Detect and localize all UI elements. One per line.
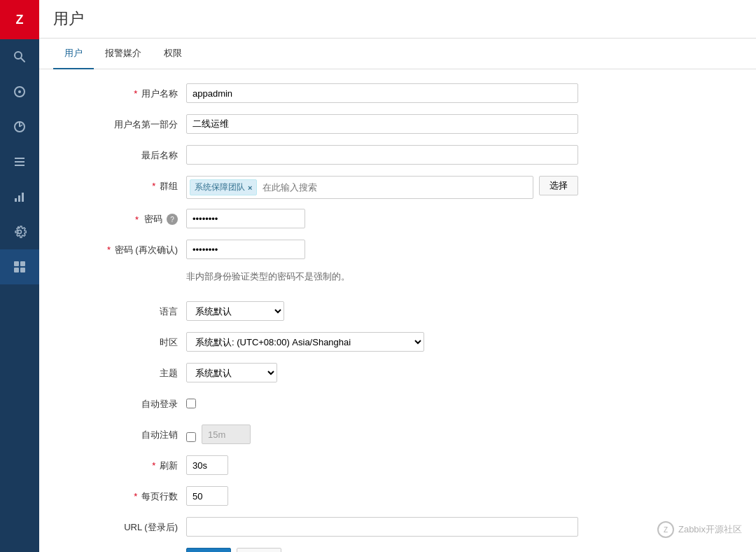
svg-rect-17 bbox=[20, 268, 25, 272]
lastname-label: 最后名称 bbox=[60, 145, 186, 162]
theme-row: 主题 系统默认 bbox=[60, 363, 735, 384]
timezone-field: 系统默认: (UTC+08:00) Asia/Shanghai bbox=[186, 332, 578, 352]
autologout-row: 自动注销 bbox=[60, 425, 735, 446]
password-help-icon[interactable]: ? bbox=[167, 214, 178, 225]
password-input[interactable] bbox=[186, 209, 305, 228]
refresh-field bbox=[186, 455, 578, 475]
autologout-controls bbox=[186, 425, 578, 444]
inventory-nav-icon[interactable] bbox=[0, 144, 39, 179]
password-row: * 密码 ? bbox=[60, 209, 735, 230]
autologout-checkbox[interactable] bbox=[186, 432, 196, 442]
autologout-label: 自动注销 bbox=[60, 425, 186, 441]
autologout-field bbox=[186, 425, 578, 444]
language-field: 系统默认 bbox=[186, 301, 578, 321]
autologin-field bbox=[186, 394, 578, 410]
autologout-input[interactable] bbox=[202, 425, 251, 444]
username-row: * 用户名称 bbox=[60, 83, 735, 104]
svg-rect-15 bbox=[20, 261, 25, 266]
page-header: 用户 bbox=[39, 0, 756, 39]
add-button[interactable]: 添加 bbox=[186, 548, 231, 552]
rows-per-page-row: * 每页行数 bbox=[60, 486, 735, 507]
svg-point-3 bbox=[18, 90, 21, 93]
password-label: * 密码 ? bbox=[60, 209, 186, 226]
rows-field bbox=[186, 486, 578, 506]
lastname-input[interactable] bbox=[186, 145, 578, 165]
select-group-button[interactable]: 选择 bbox=[539, 176, 578, 195]
config-nav-icon[interactable] bbox=[0, 214, 39, 249]
user-form: * 用户名称 用户名第一部分 最后名称 bbox=[39, 69, 756, 552]
theme-field: 系统默认 bbox=[186, 363, 578, 382]
group-wrapper: 系统保障团队 × bbox=[186, 176, 533, 199]
password-confirm-field bbox=[186, 240, 578, 259]
autologin-label: 自动登录 bbox=[60, 394, 186, 410]
username-label: * 用户名称 bbox=[60, 83, 186, 100]
refresh-input[interactable] bbox=[186, 455, 228, 475]
theme-select[interactable]: 系统默认 bbox=[186, 363, 277, 382]
password-info-text: 非内部身份验证类型的密码不是强制的。 bbox=[186, 268, 350, 282]
language-label: 语言 bbox=[60, 301, 186, 318]
password-info-field: 非内部身份验证类型的密码不是强制的。 bbox=[186, 270, 578, 283]
autologin-row: 自动登录 bbox=[60, 394, 735, 415]
group-field-wrapper: 系统保障团队 × 选择 bbox=[186, 176, 578, 199]
lastname-field bbox=[186, 145, 578, 165]
cancel-button[interactable]: 取消 bbox=[237, 548, 281, 552]
url-field bbox=[186, 517, 578, 537]
theme-label: 主题 bbox=[60, 363, 186, 380]
url-row: URL (登录后) bbox=[60, 517, 735, 538]
tab-media[interactable]: 报警媒介 bbox=[94, 39, 153, 69]
url-label: URL (登录后) bbox=[60, 517, 186, 534]
password-field bbox=[186, 209, 578, 228]
password-confirm-row: * 密码 (再次确认) bbox=[60, 240, 735, 261]
tab-user[interactable]: 用户 bbox=[53, 39, 94, 69]
password-confirm-label: * 密码 (再次确认) bbox=[60, 240, 186, 256]
language-row: 语言 系统默认 bbox=[60, 301, 735, 322]
required-mark: * bbox=[134, 88, 137, 99]
svg-point-13 bbox=[18, 230, 22, 234]
sidebar: Z bbox=[0, 0, 39, 552]
password-info-row: 非内部身份验证类型的密码不是强制的。 bbox=[60, 270, 735, 291]
svg-line-1 bbox=[21, 58, 24, 62]
group-label: * 群组 bbox=[60, 176, 186, 193]
refresh-row: * 刷新 bbox=[60, 455, 735, 476]
tab-permissions[interactable]: 权限 bbox=[153, 39, 193, 69]
timezone-row: 时区 系统默认: (UTC+08:00) Asia/Shanghai bbox=[60, 332, 735, 353]
dashboard-nav-icon[interactable] bbox=[0, 109, 39, 144]
form-buttons: 添加 取消 bbox=[186, 548, 735, 552]
firstname-input[interactable] bbox=[186, 114, 578, 134]
firstname-field bbox=[186, 114, 578, 134]
lastname-row: 最后名称 bbox=[60, 145, 735, 166]
svg-rect-14 bbox=[14, 261, 19, 266]
rows-label: * 每页行数 bbox=[60, 486, 186, 503]
group-row: * 群组 系统保障团队 × bbox=[60, 176, 735, 199]
admin-nav-icon[interactable] bbox=[0, 249, 39, 284]
group-input-row: 系统保障团队 × 选择 bbox=[186, 176, 578, 199]
username-input[interactable] bbox=[186, 83, 578, 103]
firstname-row: 用户名第一部分 bbox=[60, 114, 735, 135]
content-area: 用户 报警媒介 权限 * 用户名称 用户名第一部分 bbox=[39, 39, 756, 552]
username-field bbox=[186, 83, 578, 103]
timezone-label: 时区 bbox=[60, 332, 186, 349]
svg-rect-16 bbox=[14, 268, 19, 272]
url-input[interactable] bbox=[186, 517, 578, 537]
timezone-select[interactable]: 系统默认: (UTC+08:00) Asia/Shanghai bbox=[186, 332, 424, 352]
autologin-checkbox[interactable] bbox=[186, 399, 196, 408]
password-confirm-input[interactable] bbox=[186, 240, 305, 259]
logo[interactable]: Z bbox=[0, 0, 39, 39]
svg-rect-11 bbox=[18, 195, 20, 202]
svg-rect-12 bbox=[22, 193, 24, 202]
group-field[interactable]: 系统保障团队 × bbox=[186, 176, 533, 199]
search-nav-icon[interactable] bbox=[0, 39, 39, 74]
main-content: 用户 用户 报警媒介 权限 * 用户名称 用户名第一部分 bbox=[39, 0, 756, 552]
monitoring-nav-icon[interactable] bbox=[0, 74, 39, 109]
rows-input[interactable] bbox=[186, 486, 228, 506]
group-tag-label: 系统保障团队 bbox=[195, 181, 245, 193]
reports-nav-icon[interactable] bbox=[0, 179, 39, 214]
group-tag: 系统保障团队 × bbox=[190, 179, 257, 195]
firstname-label: 用户名第一部分 bbox=[60, 114, 186, 131]
refresh-label: * 刷新 bbox=[60, 455, 186, 472]
group-search-input[interactable] bbox=[260, 181, 530, 194]
group-tag-close[interactable]: × bbox=[248, 184, 252, 192]
tab-bar: 用户 报警媒介 权限 bbox=[39, 39, 756, 69]
page-title: 用户 bbox=[53, 8, 742, 29]
language-select[interactable]: 系统默认 bbox=[186, 301, 284, 321]
